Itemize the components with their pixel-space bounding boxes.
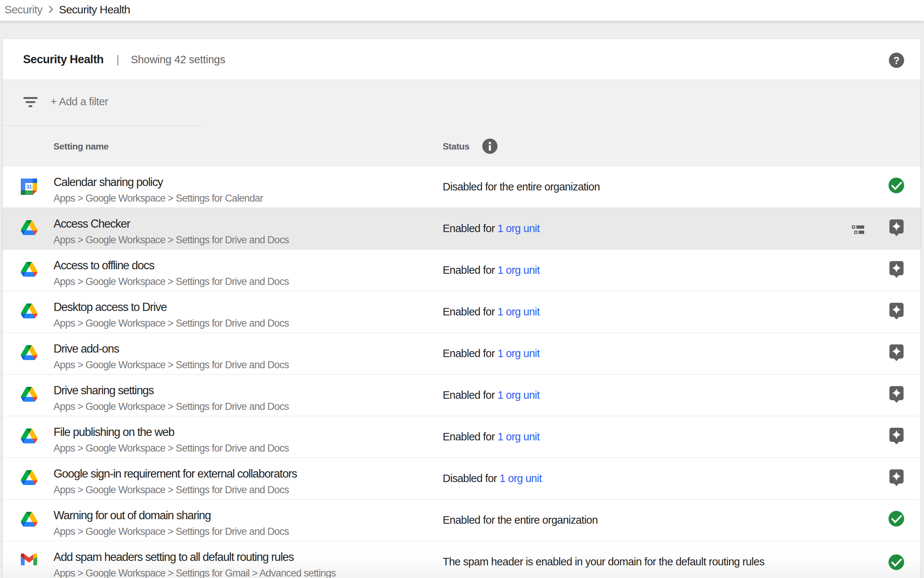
svg-text:?: ?	[893, 55, 900, 66]
svg-text:31: 31	[26, 184, 32, 190]
